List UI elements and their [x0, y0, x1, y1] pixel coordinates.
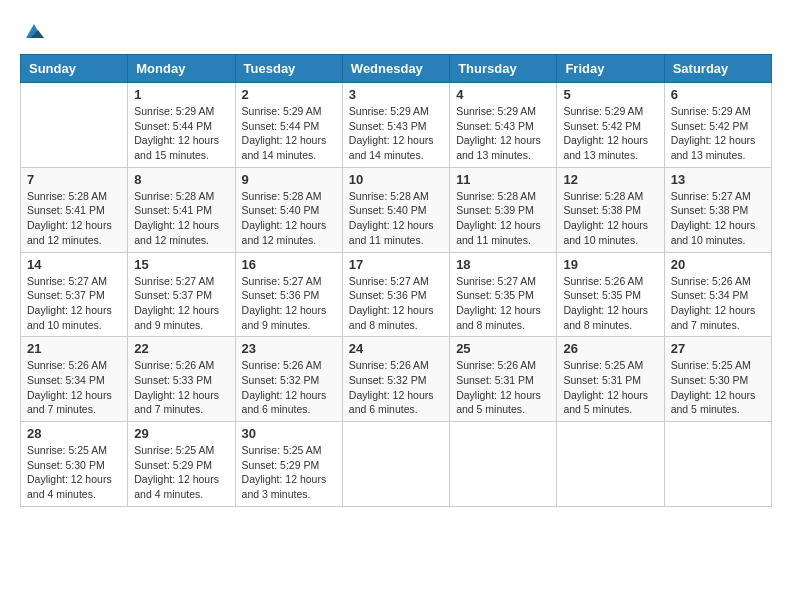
day-number: 15 [134, 257, 228, 272]
calendar-cell: 10Sunrise: 5:28 AM Sunset: 5:40 PM Dayli… [342, 167, 449, 252]
day-number: 7 [27, 172, 121, 187]
week-row-1: 1Sunrise: 5:29 AM Sunset: 5:44 PM Daylig… [21, 83, 772, 168]
day-info: Sunrise: 5:26 AM Sunset: 5:33 PM Dayligh… [134, 358, 228, 417]
calendar-cell: 8Sunrise: 5:28 AM Sunset: 5:41 PM Daylig… [128, 167, 235, 252]
calendar-header: SundayMondayTuesdayWednesdayThursdayFrid… [21, 55, 772, 83]
day-number: 8 [134, 172, 228, 187]
calendar-cell: 23Sunrise: 5:26 AM Sunset: 5:32 PM Dayli… [235, 337, 342, 422]
calendar-cell: 13Sunrise: 5:27 AM Sunset: 5:38 PM Dayli… [664, 167, 771, 252]
day-info: Sunrise: 5:27 AM Sunset: 5:37 PM Dayligh… [134, 274, 228, 333]
day-number: 2 [242, 87, 336, 102]
day-number: 30 [242, 426, 336, 441]
day-number: 22 [134, 341, 228, 356]
day-number: 9 [242, 172, 336, 187]
day-number: 14 [27, 257, 121, 272]
week-row-3: 14Sunrise: 5:27 AM Sunset: 5:37 PM Dayli… [21, 252, 772, 337]
header-wednesday: Wednesday [342, 55, 449, 83]
calendar-cell: 25Sunrise: 5:26 AM Sunset: 5:31 PM Dayli… [450, 337, 557, 422]
logo [20, 20, 46, 44]
logo-icon [22, 20, 46, 44]
day-info: Sunrise: 5:27 AM Sunset: 5:36 PM Dayligh… [349, 274, 443, 333]
day-info: Sunrise: 5:26 AM Sunset: 5:31 PM Dayligh… [456, 358, 550, 417]
calendar-cell: 24Sunrise: 5:26 AM Sunset: 5:32 PM Dayli… [342, 337, 449, 422]
day-info: Sunrise: 5:29 AM Sunset: 5:42 PM Dayligh… [671, 104, 765, 163]
calendar-cell: 6Sunrise: 5:29 AM Sunset: 5:42 PM Daylig… [664, 83, 771, 168]
day-info: Sunrise: 5:26 AM Sunset: 5:32 PM Dayligh… [242, 358, 336, 417]
calendar-cell: 17Sunrise: 5:27 AM Sunset: 5:36 PM Dayli… [342, 252, 449, 337]
calendar-cell: 14Sunrise: 5:27 AM Sunset: 5:37 PM Dayli… [21, 252, 128, 337]
header-thursday: Thursday [450, 55, 557, 83]
calendar-cell: 4Sunrise: 5:29 AM Sunset: 5:43 PM Daylig… [450, 83, 557, 168]
day-number: 10 [349, 172, 443, 187]
day-number: 5 [563, 87, 657, 102]
week-row-4: 21Sunrise: 5:26 AM Sunset: 5:34 PM Dayli… [21, 337, 772, 422]
day-info: Sunrise: 5:29 AM Sunset: 5:42 PM Dayligh… [563, 104, 657, 163]
day-number: 28 [27, 426, 121, 441]
day-info: Sunrise: 5:25 AM Sunset: 5:29 PM Dayligh… [242, 443, 336, 502]
day-info: Sunrise: 5:26 AM Sunset: 5:32 PM Dayligh… [349, 358, 443, 417]
header-row: SundayMondayTuesdayWednesdayThursdayFrid… [21, 55, 772, 83]
header-friday: Friday [557, 55, 664, 83]
day-number: 18 [456, 257, 550, 272]
calendar-cell [557, 422, 664, 507]
calendar-cell: 27Sunrise: 5:25 AM Sunset: 5:30 PM Dayli… [664, 337, 771, 422]
day-info: Sunrise: 5:27 AM Sunset: 5:38 PM Dayligh… [671, 189, 765, 248]
calendar-cell: 30Sunrise: 5:25 AM Sunset: 5:29 PM Dayli… [235, 422, 342, 507]
calendar-cell: 18Sunrise: 5:27 AM Sunset: 5:35 PM Dayli… [450, 252, 557, 337]
header-saturday: Saturday [664, 55, 771, 83]
calendar-cell: 21Sunrise: 5:26 AM Sunset: 5:34 PM Dayli… [21, 337, 128, 422]
calendar-cell [450, 422, 557, 507]
page-header [20, 20, 772, 44]
calendar-cell: 3Sunrise: 5:29 AM Sunset: 5:43 PM Daylig… [342, 83, 449, 168]
day-info: Sunrise: 5:28 AM Sunset: 5:39 PM Dayligh… [456, 189, 550, 248]
calendar-cell: 15Sunrise: 5:27 AM Sunset: 5:37 PM Dayli… [128, 252, 235, 337]
day-number: 21 [27, 341, 121, 356]
day-info: Sunrise: 5:28 AM Sunset: 5:40 PM Dayligh… [242, 189, 336, 248]
calendar-cell: 22Sunrise: 5:26 AM Sunset: 5:33 PM Dayli… [128, 337, 235, 422]
week-row-5: 28Sunrise: 5:25 AM Sunset: 5:30 PM Dayli… [21, 422, 772, 507]
day-number: 4 [456, 87, 550, 102]
calendar-table: SundayMondayTuesdayWednesdayThursdayFrid… [20, 54, 772, 507]
day-info: Sunrise: 5:28 AM Sunset: 5:38 PM Dayligh… [563, 189, 657, 248]
calendar-cell: 5Sunrise: 5:29 AM Sunset: 5:42 PM Daylig… [557, 83, 664, 168]
calendar-cell: 19Sunrise: 5:26 AM Sunset: 5:35 PM Dayli… [557, 252, 664, 337]
day-number: 19 [563, 257, 657, 272]
day-number: 29 [134, 426, 228, 441]
day-number: 25 [456, 341, 550, 356]
day-number: 1 [134, 87, 228, 102]
calendar-cell [664, 422, 771, 507]
day-info: Sunrise: 5:28 AM Sunset: 5:41 PM Dayligh… [134, 189, 228, 248]
day-info: Sunrise: 5:25 AM Sunset: 5:30 PM Dayligh… [671, 358, 765, 417]
calendar-cell: 16Sunrise: 5:27 AM Sunset: 5:36 PM Dayli… [235, 252, 342, 337]
header-sunday: Sunday [21, 55, 128, 83]
day-number: 3 [349, 87, 443, 102]
week-row-2: 7Sunrise: 5:28 AM Sunset: 5:41 PM Daylig… [21, 167, 772, 252]
day-info: Sunrise: 5:28 AM Sunset: 5:40 PM Dayligh… [349, 189, 443, 248]
day-info: Sunrise: 5:26 AM Sunset: 5:34 PM Dayligh… [671, 274, 765, 333]
calendar-cell: 11Sunrise: 5:28 AM Sunset: 5:39 PM Dayli… [450, 167, 557, 252]
day-info: Sunrise: 5:29 AM Sunset: 5:43 PM Dayligh… [349, 104, 443, 163]
calendar-cell: 1Sunrise: 5:29 AM Sunset: 5:44 PM Daylig… [128, 83, 235, 168]
day-info: Sunrise: 5:29 AM Sunset: 5:44 PM Dayligh… [242, 104, 336, 163]
day-info: Sunrise: 5:29 AM Sunset: 5:44 PM Dayligh… [134, 104, 228, 163]
calendar-cell [342, 422, 449, 507]
day-info: Sunrise: 5:29 AM Sunset: 5:43 PM Dayligh… [456, 104, 550, 163]
day-info: Sunrise: 5:25 AM Sunset: 5:30 PM Dayligh… [27, 443, 121, 502]
calendar-cell: 9Sunrise: 5:28 AM Sunset: 5:40 PM Daylig… [235, 167, 342, 252]
calendar-cell: 29Sunrise: 5:25 AM Sunset: 5:29 PM Dayli… [128, 422, 235, 507]
day-number: 12 [563, 172, 657, 187]
calendar-cell: 26Sunrise: 5:25 AM Sunset: 5:31 PM Dayli… [557, 337, 664, 422]
day-info: Sunrise: 5:27 AM Sunset: 5:36 PM Dayligh… [242, 274, 336, 333]
day-info: Sunrise: 5:28 AM Sunset: 5:41 PM Dayligh… [27, 189, 121, 248]
day-number: 27 [671, 341, 765, 356]
calendar-body: 1Sunrise: 5:29 AM Sunset: 5:44 PM Daylig… [21, 83, 772, 507]
calendar-cell: 28Sunrise: 5:25 AM Sunset: 5:30 PM Dayli… [21, 422, 128, 507]
calendar-cell: 12Sunrise: 5:28 AM Sunset: 5:38 PM Dayli… [557, 167, 664, 252]
day-number: 13 [671, 172, 765, 187]
day-number: 16 [242, 257, 336, 272]
header-monday: Monday [128, 55, 235, 83]
day-number: 17 [349, 257, 443, 272]
day-info: Sunrise: 5:26 AM Sunset: 5:34 PM Dayligh… [27, 358, 121, 417]
day-info: Sunrise: 5:27 AM Sunset: 5:37 PM Dayligh… [27, 274, 121, 333]
header-tuesday: Tuesday [235, 55, 342, 83]
